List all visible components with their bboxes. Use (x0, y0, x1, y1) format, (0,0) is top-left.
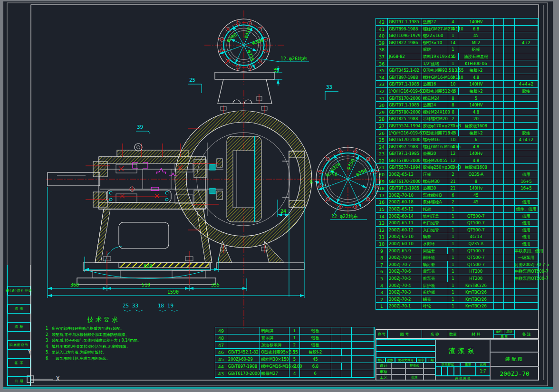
parts-cell: GB/T897-1988 (227, 363, 260, 370)
parts-cell: KTH300-06 (458, 60, 494, 67)
parts-cell: 10 (448, 81, 459, 87)
parts-cell (494, 220, 504, 226)
parts-cell: QT500-7 (458, 261, 494, 268)
parts-cell (504, 268, 515, 275)
parts-cell: 1 (448, 303, 459, 309)
parts-cell (504, 192, 515, 199)
header-code: 图 号 (388, 330, 422, 338)
parts-cell: 4.8 (459, 109, 494, 115)
parts-cell: 橡胶板1608 (459, 123, 494, 129)
parts-row: 33GB/T97.1-1985垫圈1610140HV4+4+2 (376, 81, 538, 88)
parts-cell: 铝板 (300, 327, 331, 334)
parts-cell: 21 (448, 178, 459, 185)
parts-cell: 8 (376, 254, 388, 261)
parts-cell: GB/T97.1-1985 (388, 81, 422, 87)
parts-cell: 油浸石棉盘根 (459, 53, 494, 60)
parts-cell: 借用 (515, 240, 538, 247)
parts-row: 20200ZJ-65-13压板2Q235-A借用 (376, 171, 538, 178)
parts-cell: 20 (376, 171, 388, 178)
parts-cell (341, 327, 352, 334)
parts-row: 22GB/T5780-2000螺栓M20X55124.8 (376, 157, 538, 164)
parts-cell: 4+4+2 (515, 81, 538, 87)
parts-cell (504, 248, 515, 254)
margin-column: 借(通)用件登记描 图描 校旧底图总号签 字日 期 (7, 265, 31, 386)
parts-row: 21GB/T5574-1994胶板φ250×φ300×31橡胶板1608 (376, 164, 538, 171)
parts-cell: 吊环螺钉M20 (422, 115, 448, 122)
tech-requirement-item: 4、填料压紧前,检查泵转动轻活匀称,无摩擦现象。 (46, 344, 179, 350)
label-sign: 签字 (416, 358, 426, 363)
margin-label: 描 校 (8, 322, 30, 332)
parts-cell: 4.8 (459, 143, 494, 150)
parts-cell (504, 81, 515, 87)
parts-cell (494, 46, 504, 53)
parts-cell (331, 335, 342, 341)
parts-cell: 6.8 (300, 363, 331, 370)
parts-cell: 8 (458, 178, 494, 185)
parts-cell: 4 (448, 143, 459, 150)
parts-cell: QT500-7 (458, 254, 494, 261)
parts-row: 12200ZJ-60-12入口短管1QT500-7借用 (376, 227, 538, 234)
parts-cell: 45 (300, 356, 331, 363)
parts-cell: 16+5 (515, 178, 538, 185)
parts-cell: 140HV (458, 81, 494, 87)
parts-cell: 1/2″丝堵 (422, 60, 448, 67)
parts-cell (331, 327, 342, 334)
parts-cell: 44 (215, 363, 227, 370)
parts-cell: 12 (448, 150, 459, 157)
parts-cell (515, 102, 538, 108)
parts-cell: 1 (448, 248, 458, 254)
parts-row: 10200ZJ-60-10水封环1Q235-A借用 (376, 240, 538, 248)
parts-cell: 38 (376, 46, 388, 53)
parts-cell (331, 356, 342, 363)
parts-cell (515, 53, 538, 60)
parts-cell: 1 (448, 164, 459, 171)
parts-cell: 14 (376, 213, 388, 220)
parts-row: 34GB/T897-1988螺柱GM16-M16X11044.8 (376, 74, 538, 81)
dim-suction-holes: 12-φ22均布 (331, 214, 358, 219)
dim-discharge-bolt-circle: φ310 (242, 27, 251, 39)
parts-cell: 借用 (515, 227, 538, 233)
parts-cell (342, 363, 352, 370)
parts-list-aux: 49转向牌1铝板48警示牌1铝板47加油标示牌2铝板46GB/T3452.1-8… (215, 327, 375, 378)
parts-row: 16200ZJ-60-18泵体螺栓A245借用 (376, 199, 538, 206)
parts-cell: 胶板φ170×φ230×3 (422, 123, 448, 129)
parts-cell (504, 213, 515, 220)
parts-cell: GB/T1096-1979 (388, 32, 422, 39)
parts-row: 6200ZJ-70-6后泵壳1HT200串联泵用QT500-7 (376, 268, 538, 275)
parts-cell: 15 (376, 206, 388, 212)
parts-cell: 32 (376, 88, 388, 95)
parts-row: 40GB/T1096-1979键22×160145 (376, 32, 538, 39)
parts-cell: 13 (376, 220, 388, 226)
parts-cell: 串联泵用QT500-7 (515, 275, 538, 282)
dim-355: 355 (211, 282, 220, 287)
parts-cell: GB/T897-1988 (388, 74, 422, 81)
parts-row: 23GB/T97.1-1985垫圈2012140Hv (376, 150, 538, 157)
parts-cell (504, 275, 515, 282)
cad-viewport[interactable]: Y X φ200 φ310 φ360 φ278 12-φ26均布 (0, 0, 559, 392)
parts-cell: GB/T6170-2000 (388, 178, 422, 185)
balloon-18-19: 18 19 (158, 303, 173, 309)
parts-cell: GB/T827-1986 (388, 39, 422, 46)
parts-cell: 21 (448, 185, 459, 191)
parts-cell (504, 53, 515, 60)
tech-requirement-item: 6、一级泵用副叶轮,串联泵用间隔套。 (46, 356, 179, 362)
margin-label: 日 期 (8, 376, 30, 386)
parts-cell (331, 370, 342, 377)
parts-cell: 10 (448, 136, 459, 143)
parts-cell: KmTBCr26 (458, 289, 494, 296)
parts-cell (504, 206, 515, 212)
parts-cell (458, 206, 494, 212)
margin-label: 签 字 (8, 358, 30, 368)
parts-cell: 1 (448, 268, 458, 275)
parts-cell: GB/T97.1-1985 (388, 185, 422, 191)
parts-cell: GB/T3452.1-82 (388, 67, 422, 74)
parts-cell (504, 67, 515, 74)
parts-cell (494, 81, 504, 87)
parts-cell (352, 335, 374, 341)
parts-cell: 一级泵用 (515, 254, 538, 261)
label-standardize: 标准化 (405, 363, 424, 369)
parts-cell (515, 19, 538, 25)
parts-cell: 叶轮 (422, 303, 448, 309)
parts-cell: 14 (448, 39, 459, 46)
parts-cell: 4+2 (515, 39, 538, 46)
